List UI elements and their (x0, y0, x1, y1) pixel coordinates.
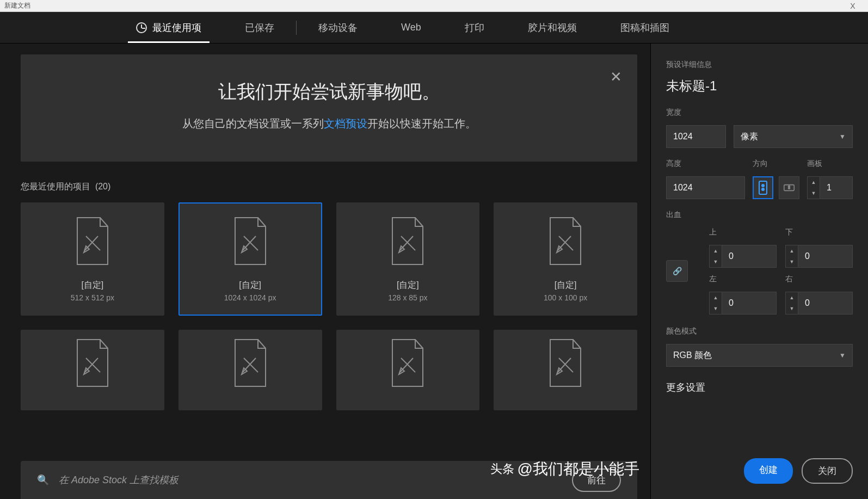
tab-mobile[interactable]: 移动设备 (297, 13, 379, 43)
bleed-top-stepper[interactable]: ▲▼ (709, 245, 777, 268)
preset-dimensions: 512 x 512 px (71, 293, 114, 302)
stepper-up-icon[interactable]: ▲ (786, 292, 798, 303)
create-button[interactable]: 创建 (744, 458, 793, 484)
recent-label-text: 您最近使用的项目 (21, 182, 90, 191)
dialog-footer: 创建 关闭 (744, 458, 853, 484)
svg-line-6 (558, 236, 571, 250)
chevron-down-icon: ▼ (839, 133, 846, 140)
tab-film-label: 胶片和视频 (528, 21, 577, 34)
artboard-label: 画板 (807, 159, 853, 169)
tab-recent-label: 最近使用项 (152, 21, 201, 34)
tab-saved[interactable]: 已保存 (223, 13, 296, 43)
svg-point-17 (761, 188, 765, 191)
bleed-left-label: 左 (709, 274, 777, 284)
bleed-bottom-label: 下 (785, 227, 853, 237)
width-input[interactable] (666, 125, 726, 148)
orientation-portrait[interactable] (753, 176, 773, 199)
svg-line-4 (400, 236, 413, 250)
document-icon (546, 217, 585, 266)
stepper-up-icon[interactable]: ▲ (786, 245, 798, 256)
hero-text-after: 开始以快速开始工作。 (367, 118, 476, 130)
bleed-bottom-input[interactable] (798, 245, 853, 268)
unit-select[interactable]: 像素 ▼ (734, 125, 853, 148)
svg-line-10 (243, 358, 256, 372)
hero-presets-link[interactable]: 文档预设 (324, 118, 367, 130)
bleed-left-input[interactable] (722, 292, 777, 315)
preset-details-panel: 预设详细信息 未标题-1 宽度 像素 ▼ 高度 方向 画板 (650, 44, 868, 499)
chevron-down-icon: ▼ (839, 352, 846, 359)
bleed-link-toggle[interactable]: 🔗 (666, 260, 688, 282)
recent-count: (20) (95, 182, 110, 191)
window-close-button[interactable]: X (842, 2, 864, 10)
stepper-up-icon[interactable]: ▲ (710, 245, 722, 256)
height-label: 高度 (666, 159, 745, 169)
hero-title: 让我们开始尝试新事物吧。 (42, 79, 615, 104)
unit-value: 像素 (741, 131, 758, 143)
tab-print[interactable]: 打印 (443, 13, 506, 43)
artboard-input[interactable] (820, 176, 853, 199)
tab-illustration[interactable]: 图稿和插图 (599, 13, 691, 43)
preset-card[interactable]: [自定] 128 x 85 px (336, 202, 480, 316)
window-title: 新建文档 (4, 1, 30, 10)
preset-card[interactable]: [自定] 512 x 512 px (21, 202, 164, 316)
preset-card[interactable] (336, 330, 480, 410)
preset-dimensions: 100 x 100 px (544, 293, 587, 302)
stock-go-button[interactable]: 前往 (572, 469, 621, 492)
more-settings-button[interactable]: 更多设置 (666, 381, 853, 394)
bleed-right-stepper[interactable]: ▲▼ (785, 292, 853, 315)
stepper-down-icon[interactable]: ▼ (808, 188, 820, 199)
close-button[interactable]: 关闭 (802, 458, 853, 484)
hero-text-before: 从您自己的文档设置或一系列 (182, 118, 324, 130)
orientation-landscape[interactable] (779, 176, 799, 199)
recent-section-label: 您最近使用的项目 (20) (21, 181, 637, 193)
bleed-top-label: 上 (709, 227, 777, 237)
stepper-down-icon[interactable]: ▼ (786, 303, 798, 314)
preset-label: [自定] (239, 280, 261, 291)
svg-rect-18 (761, 184, 765, 187)
window-titlebar: 新建文档 X (0, 0, 868, 12)
document-name[interactable]: 未标题-1 (666, 77, 853, 95)
stock-search-bar: 🔍 在 Adobe Stock 上查找模板 前往 (21, 461, 637, 499)
stock-search-input[interactable]: 在 Adobe Stock 上查找模板 (59, 473, 562, 486)
svg-line-8 (85, 358, 98, 372)
color-mode-label: 颜色模式 (666, 326, 853, 336)
bleed-left-stepper[interactable]: ▲▼ (709, 292, 777, 315)
document-icon (231, 217, 270, 266)
preset-card[interactable]: [自定] 1024 x 1024 px (178, 202, 322, 316)
stepper-up-icon[interactable]: ▲ (808, 177, 820, 188)
panel-header-label: 预设详细信息 (666, 60, 853, 70)
clock-icon (136, 22, 147, 33)
bleed-right-input[interactable] (798, 292, 853, 315)
preset-card[interactable] (494, 330, 637, 410)
hero-banner: ✕ 让我们开始尝试新事物吧。 从您自己的文档设置或一系列文档预设开始以快速开始工… (21, 54, 637, 162)
color-mode-select[interactable]: RGB 颜色 ▼ (666, 344, 853, 367)
stepper-down-icon[interactable]: ▼ (710, 256, 722, 267)
bleed-top-input[interactable] (722, 245, 777, 268)
bleed-right-label: 右 (785, 274, 853, 284)
artboard-stepper[interactable]: ▲▼ (807, 176, 853, 199)
color-mode-value: RGB 颜色 (673, 350, 712, 361)
svg-line-2 (243, 236, 256, 250)
preset-card[interactable]: [自定] 100 x 100 px (494, 202, 637, 316)
document-icon (73, 217, 112, 266)
stepper-down-icon[interactable]: ▼ (710, 303, 722, 314)
preset-card[interactable] (21, 330, 164, 410)
bleed-bottom-stepper[interactable]: ▲▼ (785, 245, 853, 268)
tab-recent[interactable]: 最近使用项 (114, 13, 223, 43)
tab-film[interactable]: 胶片和视频 (506, 13, 599, 43)
search-icon: 🔍 (37, 474, 49, 486)
hero-close-button[interactable]: ✕ (610, 69, 622, 85)
height-input[interactable] (666, 176, 745, 199)
stepper-up-icon[interactable]: ▲ (710, 292, 722, 303)
preset-card[interactable] (178, 330, 322, 410)
stepper-down-icon[interactable]: ▼ (786, 256, 798, 267)
document-icon (546, 338, 585, 387)
document-icon (73, 338, 112, 387)
tab-mobile-label: 移动设备 (318, 21, 358, 34)
svg-line-0 (85, 236, 98, 250)
bleed-label: 出血 (666, 210, 853, 220)
template-browser: ✕ 让我们开始尝试新事物吧。 从您自己的文档设置或一系列文档预设开始以快速开始工… (0, 44, 650, 499)
tab-web[interactable]: Web (379, 13, 443, 42)
svg-line-14 (558, 358, 571, 372)
document-icon (231, 338, 270, 387)
